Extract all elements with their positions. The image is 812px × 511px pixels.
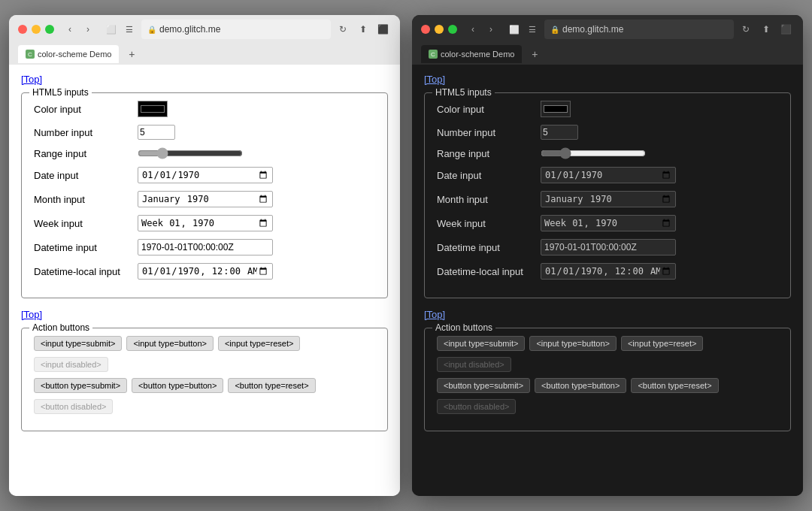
back-button-dark[interactable]: ‹ (465, 22, 481, 37)
month-label-light: Month input (34, 194, 132, 205)
menu-icon-light[interactable]: ☰ (122, 22, 137, 37)
color-input-dark[interactable] (541, 101, 571, 117)
input-reset-dark[interactable]: <input type=reset> (621, 336, 703, 351)
date-label-dark: Date input (437, 170, 535, 181)
date-input-row-dark: Date input (437, 167, 778, 183)
forward-button-light[interactable]: › (80, 22, 96, 37)
button-submit-light[interactable]: <button type=submit> (34, 378, 127, 393)
sidebar-icon-dark[interactable]: ⬜ (507, 22, 522, 37)
week-input-light[interactable] (138, 215, 273, 231)
share-icon-light[interactable]: ⬆ (355, 21, 371, 38)
url-text-light: demo.glitch.me (159, 24, 220, 35)
top-link-dark[interactable]: [Top] (424, 74, 445, 85)
chrome-actions-dark: ⬆ ⬛ (758, 21, 794, 38)
datetime-input-light[interactable] (138, 239, 273, 256)
share-icon-dark[interactable]: ⬆ (758, 21, 774, 38)
datetime-input-dark[interactable] (541, 239, 676, 256)
button-submit-dark[interactable]: <button type=submit> (437, 378, 530, 393)
new-tab-icon-light[interactable]: ⬛ (374, 21, 391, 38)
color-input-light[interactable] (138, 101, 168, 117)
datetime-local-label-dark: Datetime-local input (437, 266, 535, 277)
week-input-dark[interactable] (541, 215, 676, 231)
color-label-light: Color input (34, 104, 132, 115)
input-disabled-light: <input disabled> (34, 357, 108, 372)
nav-buttons-light: ‹ › (62, 22, 96, 37)
datetime-local-input-row-dark: Datetime-local input (437, 263, 778, 280)
new-tab-button-light[interactable]: + (125, 47, 138, 61)
datetime-local-input-light[interactable] (138, 263, 273, 280)
button-button-dark[interactable]: <button type=button> (535, 378, 626, 393)
top-link-light[interactable]: [Top] (21, 74, 42, 85)
fullscreen-button-dark[interactable] (448, 25, 457, 34)
tab-dark[interactable]: C color-scheme Demo (421, 45, 522, 63)
week-input-row-light: Week input (34, 215, 375, 231)
action-legend-dark: Action buttons (432, 322, 495, 333)
fullscreen-button-light[interactable] (45, 25, 54, 34)
datetime-local-input-dark[interactable] (541, 263, 676, 280)
month-input-row-light: Month input (34, 191, 375, 207)
action-buttons-section-dark: Action buttons <input type=submit> <inpu… (424, 328, 791, 431)
number-label-light: Number input (34, 127, 132, 138)
datetime-local-label-light: Datetime-local input (34, 266, 132, 277)
chrome-top-dark: ‹ › ⬜ ☰ 🔒 demo.glitch.me ↻ ⬆ ⬛ (412, 15, 803, 44)
sidebar-icon-light[interactable]: ⬜ (104, 22, 119, 37)
number-input-row-dark: Number input (437, 125, 778, 140)
color-input-row-dark: Color input (437, 101, 778, 117)
input-button-dark[interactable]: <input type=button> (529, 336, 617, 351)
reload-button-light[interactable]: ↻ (335, 22, 350, 37)
action-row-3-dark: <button type=submit> <button type=button… (437, 378, 778, 393)
tab-bar-dark: C color-scheme Demo + (412, 44, 803, 65)
button-reset-light[interactable]: <button type=reset> (228, 378, 315, 393)
month-input-dark[interactable] (541, 191, 676, 207)
minimize-button-dark[interactable] (435, 25, 444, 34)
number-label-dark: Number input (437, 127, 535, 138)
lock-icon-light: 🔒 (147, 26, 156, 34)
action-row-1-dark: <input type=submit> <input type=button> … (437, 336, 778, 351)
date-input-dark[interactable] (541, 167, 676, 183)
chrome-dark: ‹ › ⬜ ☰ 🔒 demo.glitch.me ↻ ⬆ ⬛ (412, 15, 803, 65)
action-row-4-light: <button disabled> (34, 399, 375, 414)
range-input-light[interactable] (138, 147, 243, 159)
address-bar-dark[interactable]: 🔒 demo.glitch.me (544, 20, 734, 39)
lock-icon-dark: 🔒 (550, 26, 559, 34)
tab-label-dark: color-scheme Demo (441, 50, 514, 59)
month-input-light[interactable] (138, 191, 273, 207)
number-input-dark[interactable] (541, 125, 578, 140)
minimize-button-light[interactable] (32, 25, 41, 34)
forward-button-dark[interactable]: › (483, 22, 499, 37)
button-button-light[interactable]: <button type=button> (132, 378, 223, 393)
number-input-light[interactable] (138, 125, 175, 140)
color-label-dark: Color input (437, 104, 535, 115)
range-input-dark[interactable] (541, 147, 646, 159)
date-input-light[interactable] (138, 167, 273, 183)
action-row-2-light: <input disabled> (34, 357, 375, 372)
top-link-2-dark[interactable]: [Top] (424, 309, 445, 320)
top-link-2-light[interactable]: [Top] (21, 309, 42, 320)
range-input-row-light: Range input (34, 147, 375, 159)
html5-inputs-section-dark: HTML5 inputs Color input Number input Ra… (424, 92, 791, 298)
datetime-label-light: Datetime input (34, 242, 132, 253)
tab-light[interactable]: C color-scheme Demo (18, 45, 119, 63)
new-tab-button-dark[interactable]: + (528, 47, 541, 61)
range-label-dark: Range input (437, 148, 535, 159)
new-tab-icon-dark[interactable]: ⬛ (777, 21, 794, 38)
button-disabled-light: <button disabled> (34, 399, 113, 414)
number-input-row-light: Number input (34, 125, 375, 140)
input-button-light[interactable]: <input type=button> (126, 336, 214, 351)
week-input-row-dark: Week input (437, 215, 778, 231)
input-submit-light[interactable]: <input type=submit> (34, 336, 122, 351)
html5-legend-light: HTML5 inputs (29, 87, 92, 98)
button-reset-dark[interactable]: <button type=reset> (631, 378, 718, 393)
date-label-light: Date input (34, 170, 132, 181)
close-button-light[interactable] (18, 25, 27, 34)
tab-label-light: color-scheme Demo (38, 50, 111, 59)
close-button-dark[interactable] (421, 25, 430, 34)
input-submit-dark[interactable]: <input type=submit> (437, 336, 525, 351)
address-bar-light[interactable]: 🔒 demo.glitch.me (141, 20, 331, 39)
back-button-light[interactable]: ‹ (62, 22, 78, 37)
menu-icon-dark[interactable]: ☰ (525, 22, 540, 37)
reload-button-dark[interactable]: ↻ (738, 22, 753, 37)
chrome-actions-light: ⬆ ⬛ (355, 21, 391, 38)
input-reset-light[interactable]: <input type=reset> (218, 336, 300, 351)
chrome-icons-light: ⬜ ☰ (104, 22, 137, 37)
